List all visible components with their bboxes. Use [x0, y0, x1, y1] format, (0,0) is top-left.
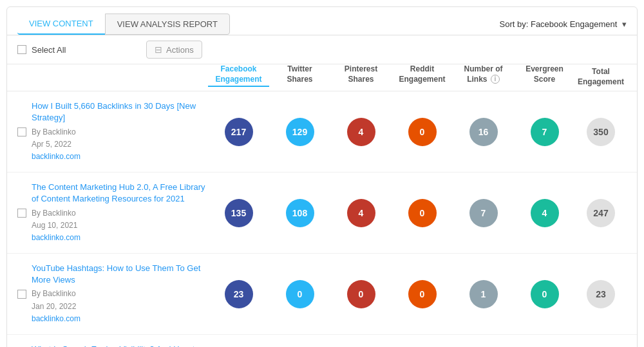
row-title-1[interactable]: The Content Marketing Hub 2.0, A Free Li… [32, 182, 208, 205]
col-header-total[interactable]: TotalEngagement [575, 67, 627, 87]
circle-reddit-0: 0 [408, 118, 437, 146]
circle-facebook-0: 217 [225, 118, 253, 146]
circle-total-2: 23 [587, 280, 615, 308]
circle-pinterest-2: 0 [347, 280, 375, 308]
tab-view-analysis[interactable]: VIEW ANALYSIS REPORT [105, 14, 230, 35]
table-row: How I Built 5,660 Backlinks in 30 Days [… [7, 91, 637, 173]
row-checkbox-0[interactable] [17, 127, 32, 136]
row-info-0: How I Built 5,660 Backlinks in 30 Days [… [32, 100, 208, 163]
metric-twitter-1: 108 [269, 199, 330, 227]
row-source-1[interactable]: backlinko.com [32, 233, 80, 242]
toolbar: Select All ⊟ Actions [7, 35, 637, 64]
actions-icon: ⊟ [155, 44, 162, 55]
metric-twitter-0: 129 [269, 118, 330, 146]
circle-evergreen-1: 4 [531, 199, 559, 227]
row-checkbox-2[interactable] [17, 290, 32, 299]
metric-evergreen-1: 4 [514, 199, 575, 227]
total-cell-2: 23 [575, 280, 627, 308]
row-source-2[interactable]: backlinko.com [32, 314, 80, 323]
main-container: VIEW CONTENT VIEW ANALYSIS REPORT Sort b… [6, 6, 638, 347]
row-meta-1: By Backlinko Aug 10, 2021 backlinko.com [32, 207, 208, 245]
row-info-1: The Content Marketing Hub 2.0, A Free Li… [32, 182, 208, 244]
sort-by[interactable]: Sort by: Facebook Engagement ▾ [500, 19, 627, 29]
circle-twitter-2: 0 [286, 280, 314, 308]
actions-button[interactable]: ⊟ Actions [146, 41, 202, 59]
col-header-evergreen[interactable]: EvergreenScore [514, 64, 575, 87]
metric-reddit-2: 0 [392, 280, 453, 308]
table-row: What Is Search Engine Visibility? And Ho… [7, 335, 637, 347]
circle-reddit-2: 0 [408, 280, 437, 308]
circle-total-1: 247 [587, 199, 615, 227]
info-icon[interactable]: i [491, 75, 500, 84]
metric-links-1: 7 [453, 199, 514, 227]
circle-facebook-2: 23 [225, 280, 253, 308]
chevron-down-icon: ▾ [622, 19, 627, 29]
circle-pinterest-1: 4 [347, 199, 375, 227]
tabs: VIEW CONTENT VIEW ANALYSIS REPORT [17, 14, 230, 35]
row-meta-2: By Backlinko Jan 20, 2022 backlinko.com [32, 288, 208, 325]
table-row: YouTube Hashtags: How to Use Them To Get… [7, 254, 637, 335]
metric-facebook-2: 23 [208, 280, 269, 308]
row-source-0[interactable]: backlinko.com [32, 152, 80, 161]
circle-twitter-1: 108 [286, 199, 314, 227]
select-all-label: Select All [32, 45, 66, 55]
metric-pinterest-1: 4 [330, 199, 392, 227]
circle-facebook-1: 135 [225, 199, 253, 227]
circle-twitter-0: 129 [286, 118, 314, 146]
circle-links-1: 7 [469, 199, 498, 227]
row-title-3[interactable]: What Is Search Engine Visibility? And Ho… [32, 344, 208, 347]
metric-pinterest-0: 4 [330, 118, 392, 146]
metric-evergreen-0: 7 [514, 118, 575, 146]
metric-reddit-0: 0 [392, 118, 453, 146]
metric-twitter-2: 0 [269, 280, 330, 308]
total-cell-1: 247 [575, 199, 627, 227]
circle-pinterest-0: 4 [347, 118, 375, 146]
circle-reddit-1: 0 [408, 199, 437, 227]
top-bar: VIEW CONTENT VIEW ANALYSIS REPORT Sort b… [7, 7, 637, 35]
circle-evergreen-0: 7 [531, 118, 559, 146]
total-cell-0: 350 [575, 118, 627, 146]
select-all-checkbox[interactable] [17, 45, 26, 54]
metric-reddit-1: 0 [392, 199, 453, 227]
col-header-facebook[interactable]: FacebookEngagement [208, 64, 269, 87]
circle-links-0: 16 [469, 118, 498, 146]
row-title-2[interactable]: YouTube Hashtags: How to Use Them To Get… [32, 263, 208, 286]
row-title-0[interactable]: How I Built 5,660 Backlinks in 30 Days [… [32, 100, 208, 124]
table-header: FacebookEngagement TwitterShares Pintere… [7, 64, 637, 91]
metric-links-0: 16 [453, 118, 514, 146]
metric-evergreen-2: 0 [514, 280, 575, 308]
circle-links-2: 1 [469, 280, 498, 308]
col-header-pinterest[interactable]: PinterestShares [330, 64, 392, 87]
rows-container: How I Built 5,660 Backlinks in 30 Days [… [7, 91, 637, 347]
row-info-2: YouTube Hashtags: How to Use Them To Get… [32, 263, 208, 325]
metric-facebook-0: 217 [208, 118, 269, 146]
metric-facebook-1: 135 [208, 199, 269, 227]
col-header-twitter[interactable]: TwitterShares [269, 64, 330, 87]
tab-view-content[interactable]: VIEW CONTENT [17, 14, 105, 35]
select-all-area: Select All [17, 45, 146, 55]
row-checkbox-1[interactable] [17, 209, 32, 218]
col-header-links[interactable]: Number ofLinks i [453, 64, 514, 87]
col-header-reddit[interactable]: RedditEngagement [392, 64, 453, 87]
metric-links-2: 1 [453, 280, 514, 308]
circle-evergreen-2: 0 [531, 280, 559, 308]
metric-pinterest-2: 0 [330, 280, 392, 308]
row-info-3: What Is Search Engine Visibility? And Ho… [32, 344, 208, 347]
circle-total-0: 350 [587, 118, 615, 146]
table-row: The Content Marketing Hub 2.0, A Free Li… [7, 173, 637, 254]
row-meta-0: By Backlinko Apr 5, 2022 backlinko.com [32, 126, 208, 164]
